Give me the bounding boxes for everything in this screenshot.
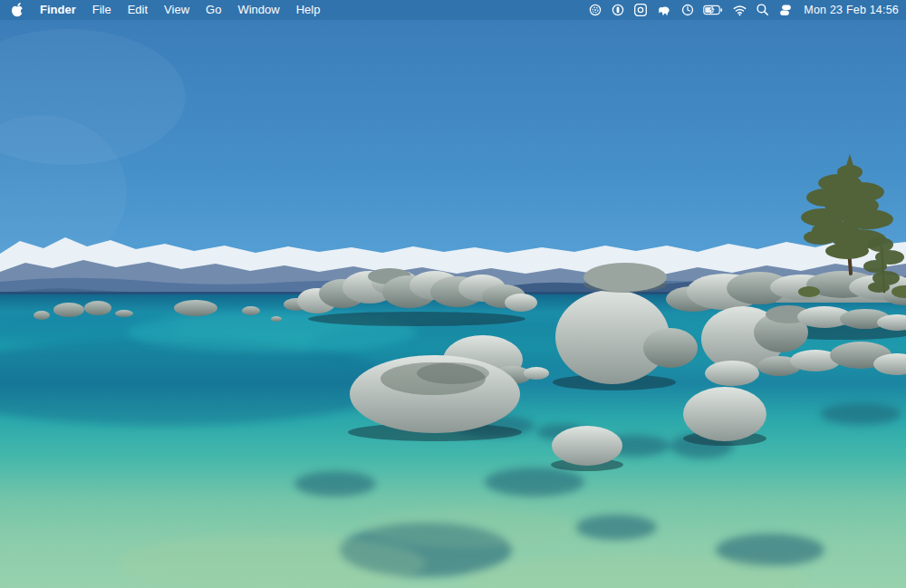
menu-bar-status-area: Mon 23 Feb 14:56 (583, 0, 899, 20)
elephant-icon[interactable] (651, 0, 676, 20)
apple-menu-button[interactable] (9, 0, 32, 20)
menu-item-help[interactable]: Help (288, 0, 329, 20)
circle-keyhole-icon[interactable] (606, 0, 629, 20)
time-machine-clock-icon[interactable] (676, 0, 699, 20)
spotlight-search-icon[interactable] (751, 0, 774, 20)
menu-item-file[interactable]: File (84, 0, 120, 20)
desktop: Finder File Edit View Go Window Help (0, 0, 906, 588)
menu-bar: Finder File Edit View Go Window Help (0, 0, 906, 20)
menu-item-window[interactable]: Window (229, 0, 287, 20)
wallpaper-image (0, 20, 906, 588)
camera-square-icon[interactable] (629, 0, 651, 20)
menu-bar-clock[interactable]: Mon 23 Feb 14:56 (804, 4, 899, 16)
menu-item-edit[interactable]: Edit (120, 0, 156, 20)
menu-item-view[interactable]: View (156, 0, 198, 20)
menu-item-finder[interactable]: Finder (32, 0, 84, 20)
wifi-icon[interactable] (728, 0, 751, 20)
menu-item-go[interactable]: Go (198, 0, 229, 20)
control-center-icon[interactable] (774, 0, 796, 20)
apple-logo-icon (11, 2, 24, 18)
menu-bar-left: Finder File Edit View Go Window Help (9, 0, 328, 20)
battery-charging-icon[interactable] (699, 0, 728, 20)
gear-circle-icon[interactable] (583, 0, 606, 20)
